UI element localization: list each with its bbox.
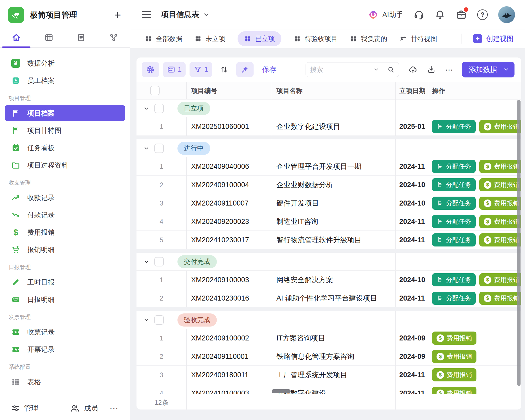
group-collapse-chevron-icon[interactable] xyxy=(143,259,150,265)
support-headset-button[interactable] xyxy=(414,9,424,20)
expense-claim-button[interactable]: $费用报销 xyxy=(432,350,476,363)
sidebar-tab-tables[interactable] xyxy=(33,28,65,47)
table-row[interactable]: 3 XM202409180011 工厂管理系统开发项目 2024-11 $费用报… xyxy=(136,366,521,384)
view-tab-not-initiated[interactable]: 未立项 xyxy=(195,34,225,43)
notifications-bell-button[interactable] xyxy=(435,9,445,20)
manage-button[interactable]: 管理 xyxy=(11,403,38,413)
group-checkbox[interactable] xyxy=(154,257,164,266)
create-view-button[interactable]: + 创建视图 xyxy=(473,34,513,43)
table-row-clipped[interactable]: 4 XM202410100003 万科数字化建设 2024-11 $费用报销 xyxy=(136,384,521,394)
assign-task-button[interactable]: 分配任务 xyxy=(432,215,476,228)
table-row[interactable]: 2 XM202409110001 铁路信息化管理方案咨询 2024-09 $费用… xyxy=(136,347,521,366)
column-header-code[interactable]: 项目编号 xyxy=(186,82,272,99)
group-checkbox[interactable] xyxy=(154,144,164,153)
save-view-button[interactable]: 保存 xyxy=(262,65,276,74)
view-tab-my-projects[interactable]: 我负责的 xyxy=(350,34,387,43)
expense-claim-button[interactable]: $费用报销 xyxy=(479,197,521,210)
sidebar-item-project-files[interactable]: 项目档案 xyxy=(5,105,125,121)
workspace-briefcase-button[interactable] xyxy=(456,9,467,20)
sidebar-item-tables[interactable]: 表格 xyxy=(0,373,130,391)
assign-task-button[interactable]: 分配任务 xyxy=(432,292,476,305)
table-row[interactable]: 1 XM202409100003 网络安全解决方案 2024-10 分配任务 $… xyxy=(136,271,521,289)
assign-task-button[interactable]: 分配任务 xyxy=(432,197,476,210)
view-tab-pending-acceptance[interactable]: 待验收项目 xyxy=(294,34,338,43)
add-data-button[interactable]: 添加数据 xyxy=(462,62,514,77)
table-row[interactable]: 5 XM202410230017 智行物流管理软件升级项目 2024-11 分配… xyxy=(136,231,521,249)
sidebar-item-daily-details[interactable]: 日报明细 xyxy=(0,291,130,308)
sidebar-item-employee-files[interactable]: 员工档案 xyxy=(0,72,130,89)
export-download-button[interactable] xyxy=(427,65,436,74)
help-button[interactable]: ? xyxy=(477,9,488,20)
pin-button[interactable] xyxy=(236,62,254,77)
sidebar-item-timesheet[interactable]: 工时日报 xyxy=(0,274,130,291)
search-icon[interactable] xyxy=(387,66,395,73)
group-collapse-chevron-icon[interactable] xyxy=(143,145,150,151)
table-row[interactable]: 4 XM202409200023 制造业IT咨询 2024-11 分配任务 $费… xyxy=(136,212,521,231)
sidebar-item-receipts[interactable]: 收款记录 xyxy=(0,189,130,206)
menu-toggle-button[interactable] xyxy=(142,11,151,18)
assign-task-button[interactable]: 分配任务 xyxy=(432,233,476,246)
expense-claim-button[interactable]: $费用报销 xyxy=(479,233,521,246)
sidebar-item-invoice-issued[interactable]: 开票记录 xyxy=(0,341,130,358)
table-row[interactable]: 2 XM202409100004 企业业财数据分析 2024-10 分配任务 $… xyxy=(136,176,521,194)
field-config-button[interactable]: 1 xyxy=(163,62,186,77)
sidebar-tab-home[interactable] xyxy=(0,28,33,47)
expense-claim-button[interactable]: $费用报销 xyxy=(479,160,521,173)
expense-claim-button[interactable]: $费用报销 xyxy=(432,368,476,381)
assign-task-button[interactable]: 分配任务 xyxy=(432,178,476,191)
horizontal-scrollbar[interactable] xyxy=(272,389,291,393)
sidebar-tab-flows[interactable] xyxy=(97,28,130,47)
view-settings-button[interactable] xyxy=(142,62,159,77)
vertical-scrollbar[interactable] xyxy=(517,100,521,386)
title-chevron-down-icon[interactable] xyxy=(203,11,210,18)
expense-claim-button[interactable]: $费用报销 xyxy=(479,292,521,305)
sidebar-item-payments[interactable]: 付款记录 xyxy=(0,206,130,224)
view-tab-all-data[interactable]: 全部数据 xyxy=(145,34,182,43)
search-input[interactable] xyxy=(310,66,373,74)
sidebar-item-task-board[interactable]: 任务看板 xyxy=(0,139,130,156)
sidebar-item-project-process-docs[interactable]: 项目过程资料 xyxy=(0,156,130,174)
assign-task-button[interactable]: 分配任务 xyxy=(432,273,476,286)
sidebar-tab-docs[interactable] xyxy=(65,28,98,47)
column-header-date[interactable]: 立项日期 xyxy=(395,82,429,99)
column-header-name[interactable]: 项目名称 xyxy=(272,82,395,99)
sidebar-item-project-gantt[interactable]: 项目甘特图 xyxy=(0,122,130,139)
table-row[interactable]: 1 XM202501060001 企业数字化建设项目 2025-01 分配任务 … xyxy=(136,117,521,136)
group-checkbox[interactable] xyxy=(154,104,164,113)
search-scope-chevron-icon[interactable] xyxy=(373,67,379,72)
sort-button[interactable] xyxy=(216,62,232,77)
add-workspace-button[interactable]: + xyxy=(114,9,121,21)
view-tab-initiated[interactable]: 已立项 xyxy=(238,31,281,46)
import-upload-button[interactable] xyxy=(408,65,417,74)
sidebar-item-expense[interactable]: $ 费用报销 xyxy=(0,224,130,241)
assign-task-button[interactable]: 分配任务 xyxy=(432,120,476,133)
assign-task-button[interactable]: 分配任务 xyxy=(432,160,476,173)
select-all-checkbox[interactable] xyxy=(150,86,160,95)
expense-claim-button[interactable]: $费用报销 xyxy=(479,120,521,133)
add-data-chevron-icon[interactable] xyxy=(503,66,509,73)
expense-claim-button[interactable]: $费用报销 xyxy=(479,273,521,286)
group-collapse-chevron-icon[interactable] xyxy=(143,105,150,112)
sidebar-item-data-analysis[interactable]: ¥ 数据分析 xyxy=(0,55,130,72)
group-collapse-chevron-icon[interactable] xyxy=(143,317,150,323)
expense-claim-button[interactable]: $费用报销 xyxy=(479,178,521,191)
search-box[interactable] xyxy=(306,62,399,77)
sidebar-item-invoice-received[interactable]: 收票记录 xyxy=(0,323,130,341)
ai-assistant-button[interactable]: AI助手 xyxy=(368,9,403,20)
table-row[interactable]: 3 XM202409110007 硬件开发项目 2024-10 分配任务 $费用… xyxy=(136,194,521,212)
toolbar-more-button[interactable]: ⋯ xyxy=(445,65,454,74)
expense-claim-button[interactable]: $费用报销 xyxy=(432,387,476,394)
sidebar-item-flows[interactable]: 流程 xyxy=(0,391,130,396)
expense-claim-button[interactable]: $费用报销 xyxy=(479,215,521,228)
group-checkbox[interactable] xyxy=(154,315,164,325)
view-tab-gantt[interactable]: 甘特视图 xyxy=(400,34,437,43)
table-row[interactable]: 1 XM202409040006 企业管理平台开发项目一期 2024-11 分配… xyxy=(136,157,521,176)
expense-claim-button[interactable]: $费用报销 xyxy=(432,332,476,345)
table-row[interactable]: 1 XM202409100002 IT方案咨询项目 2024-09 $费用报销 xyxy=(136,329,521,347)
sidebar-item-expense-details[interactable]: 报销明细 xyxy=(0,241,130,258)
members-button[interactable]: 成员 xyxy=(70,403,98,413)
sidebar-more-button[interactable]: ⋯ xyxy=(109,403,119,413)
filter-button[interactable]: 1 xyxy=(190,62,212,77)
column-header-actions[interactable]: 操作 xyxy=(429,82,521,99)
user-avatar[interactable] xyxy=(498,6,515,23)
